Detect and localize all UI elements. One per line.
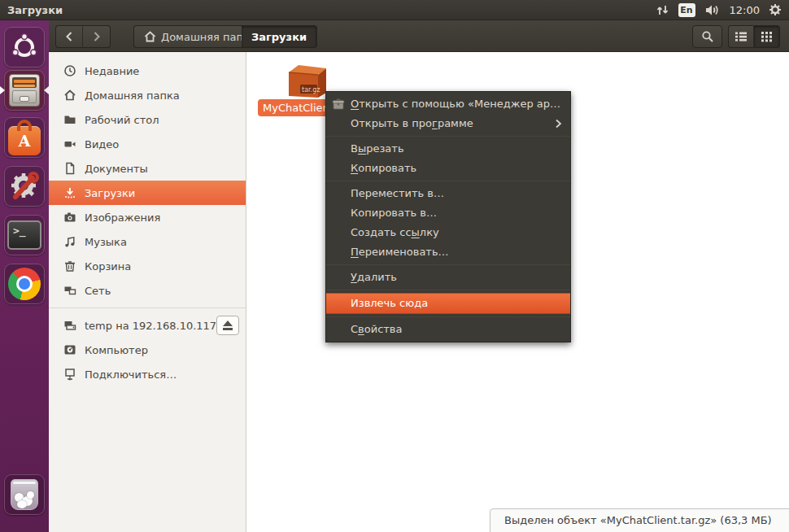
clock-time[interactable]: 12:00 bbox=[730, 4, 760, 16]
video-camera-icon bbox=[63, 137, 76, 150]
session-gear-icon[interactable] bbox=[769, 3, 782, 16]
menu-item-move-to[interactable]: Переместить в… bbox=[326, 184, 570, 203]
network-icon bbox=[63, 284, 76, 297]
ubuntu-logo-icon bbox=[10, 33, 39, 62]
focused-indicator-arrow bbox=[44, 86, 49, 94]
sidebar-item-label: Документы bbox=[85, 163, 148, 175]
sidebar-item-documents[interactable]: Документы bbox=[49, 156, 246, 181]
window-title: Загрузки bbox=[7, 4, 63, 16]
document-icon bbox=[63, 162, 76, 175]
chrome-icon bbox=[8, 268, 41, 300]
search-icon bbox=[701, 30, 714, 43]
settings-gear-wrench-icon bbox=[8, 170, 41, 203]
ubuntu-dash-button[interactable] bbox=[4, 27, 45, 68]
terminal-launcher-item[interactable]: >_ bbox=[4, 215, 45, 255]
top-panel: Загрузки En 12:00 bbox=[0, 0, 789, 20]
menu-item-cut[interactable]: Вырезать bbox=[326, 139, 570, 159]
sidebar-item-computer[interactable]: Компьютер bbox=[49, 338, 246, 362]
context-menu: Открыть с помощью «Менеджер ар… Открыть … bbox=[325, 91, 571, 342]
trash-icon bbox=[63, 259, 76, 273]
computer-drive-icon bbox=[63, 343, 76, 356]
menu-separator bbox=[326, 290, 570, 290]
sidebar-item-music[interactable]: Музыка bbox=[49, 229, 246, 254]
sidebar-item-downloads[interactable]: Загрузки bbox=[49, 181, 246, 205]
sidebar-item-label: Музыка bbox=[85, 236, 127, 248]
menu-item-open-with-archive-manager[interactable]: Открыть с помощью «Менеджер ар… bbox=[326, 94, 570, 114]
sidebar-item-network-mount[interactable]: temp на 192.168.10.117 bbox=[49, 313, 246, 338]
eject-icon bbox=[223, 321, 233, 326]
search-button[interactable] bbox=[692, 25, 722, 48]
menu-item-copy-to[interactable]: Копировать в… bbox=[326, 203, 570, 223]
software-center-launcher-item[interactable]: A bbox=[4, 117, 45, 158]
chevron-right-icon bbox=[92, 31, 102, 42]
connect-server-icon bbox=[63, 368, 76, 381]
sidebar-item-label: temp на 192.168.10.117 bbox=[85, 320, 216, 332]
music-notes-icon bbox=[63, 235, 76, 248]
menu-item-delete[interactable]: Удалить bbox=[326, 268, 570, 287]
keyboard-layout-indicator[interactable]: En bbox=[678, 3, 695, 17]
clock-icon bbox=[63, 64, 76, 77]
terminal-icon: >_ bbox=[7, 220, 41, 250]
running-indicator-arrow bbox=[0, 86, 5, 94]
photo-camera-icon bbox=[63, 211, 76, 224]
sidebar-item-desktop[interactable]: Рабочий стол bbox=[49, 107, 246, 132]
trash-launcher-item[interactable] bbox=[4, 474, 45, 515]
home-icon bbox=[144, 31, 156, 42]
sidebar-item-pictures[interactable]: Изображения bbox=[49, 205, 246, 229]
sidebar-item-network[interactable]: Сеть bbox=[49, 278, 246, 303]
network-activity-icon[interactable] bbox=[656, 4, 669, 16]
menu-item-copy[interactable]: Копировать bbox=[326, 159, 570, 178]
menu-separator bbox=[326, 181, 570, 181]
system-settings-launcher-item[interactable] bbox=[4, 166, 45, 207]
sidebar-item-label: Видео bbox=[85, 138, 119, 150]
breadcrumb-current-button[interactable]: Загрузки bbox=[242, 25, 317, 48]
menu-item-make-link[interactable]: Создать ссылку bbox=[326, 223, 570, 242]
software-center-icon: A bbox=[8, 126, 41, 155]
menu-separator bbox=[326, 316, 570, 317]
menu-item-extract-here[interactable]: Извлечь сюда bbox=[326, 293, 570, 314]
sidebar-item-videos[interactable]: Видео bbox=[49, 132, 246, 156]
sidebar-item-label: Домашняя папка bbox=[85, 89, 180, 102]
sidebar-item-label: Сеть bbox=[85, 285, 111, 297]
submenu-arrow-icon bbox=[555, 118, 562, 129]
archive-manager-icon bbox=[332, 98, 345, 111]
trash-bin-icon bbox=[11, 479, 38, 510]
back-button[interactable] bbox=[55, 25, 83, 48]
list-view-button[interactable] bbox=[728, 25, 754, 48]
selection-status-text: Выделен объект «MyChatClient.tar.gz» (63… bbox=[504, 514, 772, 526]
menu-item-open-with-application[interactable]: Открыть в программе bbox=[326, 114, 570, 133]
forward-button[interactable] bbox=[83, 25, 111, 48]
download-icon bbox=[63, 186, 76, 199]
grid-view-button[interactable] bbox=[754, 25, 780, 48]
nautilus-toolbar: Домашняя папка Загрузки bbox=[49, 20, 789, 52]
sidebar-separator bbox=[49, 307, 246, 308]
volume-icon[interactable] bbox=[704, 4, 721, 16]
menu-item-rename[interactable]: Переименовать… bbox=[326, 242, 570, 262]
sidebar-item-recent[interactable]: Недавние bbox=[49, 59, 246, 83]
svg-text:tar.gz: tar.gz bbox=[302, 86, 320, 94]
sidebar-item-trash[interactable]: Корзина bbox=[49, 254, 246, 278]
chrome-launcher-item[interactable] bbox=[4, 264, 45, 304]
home-icon bbox=[63, 89, 76, 102]
sidebar-item-label: Компьютер bbox=[85, 344, 148, 356]
status-bar: Выделен объект «MyChatClient.tar.gz» (63… bbox=[490, 508, 789, 532]
unity-launcher: A >_ bbox=[0, 20, 49, 532]
sidebar-item-label: Загрузки bbox=[85, 187, 135, 199]
menu-item-properties[interactable]: Свойства bbox=[326, 320, 570, 339]
tar-gz-package-icon: tar.gz bbox=[284, 62, 329, 101]
grid-view-icon bbox=[761, 31, 773, 42]
breadcrumb-current-label: Загрузки bbox=[251, 31, 307, 43]
sidebar-item-label: Подключиться… bbox=[85, 368, 177, 381]
sidebar-item-home[interactable]: Домашняя папка bbox=[49, 83, 246, 107]
sidebar-item-label: Недавние bbox=[85, 65, 139, 77]
list-view-icon bbox=[735, 31, 748, 42]
sidebar-item-label: Корзина bbox=[85, 260, 131, 273]
chevron-left-icon bbox=[64, 31, 74, 42]
file-cabinet-icon bbox=[9, 74, 40, 107]
eject-button[interactable] bbox=[216, 316, 239, 335]
files-launcher-item[interactable] bbox=[4, 70, 45, 111]
sidebar-item-label: Изображения bbox=[85, 211, 160, 224]
sidebar-item-connect-to-server[interactable]: Подключиться… bbox=[49, 362, 246, 386]
menu-separator bbox=[326, 136, 570, 137]
remote-drive-icon bbox=[63, 319, 76, 332]
